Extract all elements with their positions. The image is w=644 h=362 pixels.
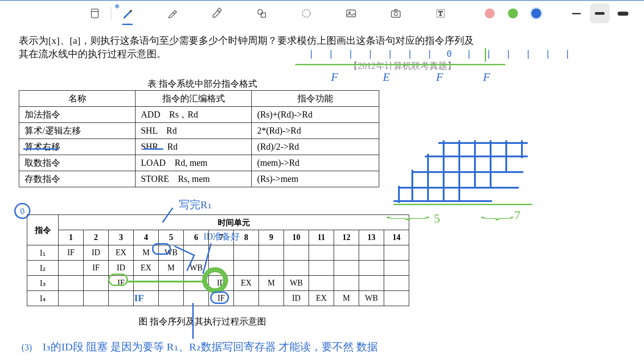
thickness-3[interactable] [613, 4, 633, 23]
hw-f1: F [331, 71, 338, 84]
svg-rect-0 [91, 9, 98, 18]
hw-write-r1: 写完R₁ [179, 198, 212, 212]
hw-brace-7: ⏟ [481, 200, 513, 221]
canvas[interactable]: 表示为[x]、[a]，则执行这条语句至少需要多少个时钟周期？要求模仿上图画出这条… [0, 26, 644, 362]
pipeline-table: 指令 时间单元 1234567891011121314 I₁ IFIDEXMWB… [27, 215, 409, 306]
image-tool[interactable] [341, 4, 361, 23]
question-text: 表示为[x]、[a]，则执行这条语句至少需要多少个时钟周期？要求模仿上图画出这条… [19, 34, 479, 61]
svg-point-4 [302, 9, 310, 17]
hw-f3: F [483, 71, 490, 84]
highlighter-tool[interactable] [162, 4, 182, 23]
text-tool[interactable]: T [431, 4, 450, 23]
t1-h1: 指令的汇编格式 [136, 91, 252, 107]
thickness-2[interactable] [590, 4, 610, 23]
table1-title: 表 指令系统中部分指令格式 [148, 78, 257, 90]
toolbar: ✱ T [0, 0, 644, 26]
t1-h0: 名称 [19, 91, 136, 107]
source-tag: 【2012年计算机联考真题】 [349, 60, 456, 72]
hw-f2: F [436, 71, 443, 84]
svg-point-8 [394, 12, 398, 16]
hw-num-5: 5 [434, 211, 440, 226]
svg-point-2 [258, 9, 263, 14]
hw-e: E [383, 71, 390, 84]
marker-tool[interactable] [207, 4, 227, 23]
hw-grid-sketch [394, 138, 537, 227]
lasso-tool[interactable] [297, 4, 316, 23]
thickness-1[interactable] [567, 4, 586, 23]
hw-bottom: (3) I₃的ID段 阻塞 是因为要等 R₁、R₂数据写回寄存器 才能读，要不然… [21, 340, 378, 354]
svg-rect-5 [347, 10, 356, 17]
camera-tool[interactable] [386, 4, 406, 23]
shapes-tool[interactable] [252, 4, 271, 23]
instruction-table: 名称 指令的汇编格式 指令功能 加法指令ADD Rs，Rd(Rs)+(Rd)->… [19, 90, 379, 187]
pipeline-caption: 图 指令序列及其执行过程示意图 [139, 316, 266, 328]
color-red[interactable] [480, 4, 500, 23]
color-blue[interactable] [526, 4, 546, 23]
color-green[interactable] [503, 4, 523, 23]
svg-text:T: T [438, 9, 442, 17]
hw-green-mark [485, 48, 486, 62]
pen-tool[interactable] [118, 4, 137, 23]
t1-h2: 指令功能 [252, 91, 379, 107]
hw-num-7: 7 [514, 208, 521, 223]
document-tool[interactable] [85, 4, 105, 23]
